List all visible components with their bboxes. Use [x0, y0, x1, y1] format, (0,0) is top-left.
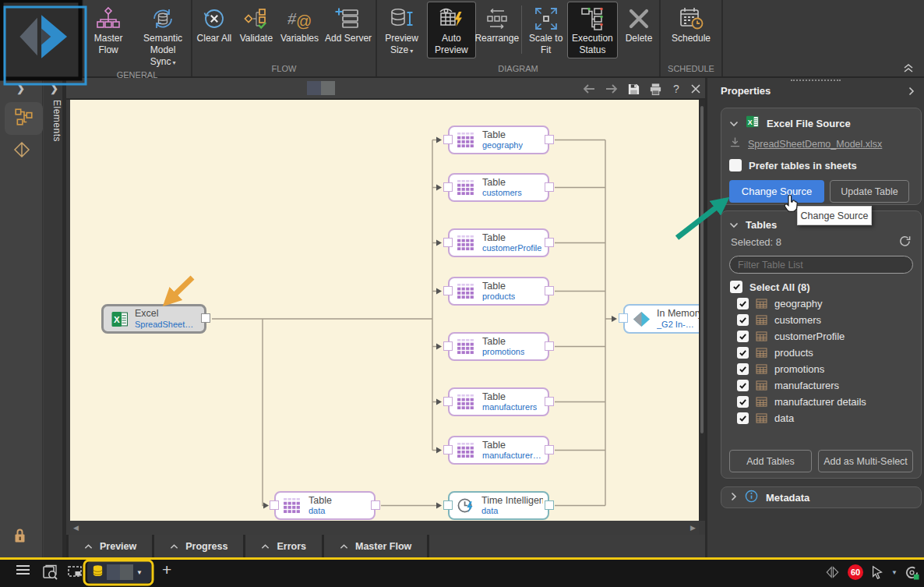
filter-table-input[interactable] — [729, 256, 913, 274]
table-list-item-customerprofile[interactable]: customerProfile — [729, 328, 913, 345]
output-port[interactable] — [545, 238, 554, 247]
table-list-item-data[interactable]: data — [729, 410, 913, 426]
table-checkbox[interactable] — [737, 363, 749, 375]
node-inmem[interactable]: In Memory_G2 In-Memory — [623, 304, 699, 334]
sidebar-item-validation[interactable] — [12, 140, 31, 162]
output-port[interactable] — [545, 500, 554, 510]
tab-preview[interactable]: Preview — [69, 535, 152, 557]
ribbon-button-rearrange[interactable]: Rearrange — [477, 2, 517, 46]
tab-master-flow[interactable]: Master Flow — [324, 535, 427, 557]
node-excel[interactable]: XExcelSpreadSheetDemo_... — [101, 304, 206, 334]
forward-icon[interactable] — [605, 83, 619, 94]
chevron-down-icon[interactable] — [729, 116, 739, 130]
output-port[interactable] — [545, 445, 554, 454]
print-icon[interactable] — [649, 83, 662, 96]
table-checkbox[interactable] — [737, 331, 749, 342]
caret-down-small-icon[interactable]: ▼ — [891, 569, 898, 576]
ribbon-button-preview-size[interactable]: Preview Size▾ — [377, 2, 426, 58]
table-checkbox[interactable] — [737, 396, 749, 408]
input-port[interactable] — [443, 238, 453, 247]
ribbon-button-clear-all[interactable]: Clear All — [194, 2, 235, 46]
ribbon-button-master-flow[interactable]: Master Flow — [83, 2, 133, 58]
save-icon[interactable] — [627, 83, 640, 96]
ribbon-button-variables[interactable]: #@Variables — [278, 2, 321, 46]
scroll-left-icon[interactable]: ◀ — [73, 524, 79, 532]
table-checkbox[interactable] — [737, 380, 749, 391]
report-magnifier-icon[interactable] — [42, 564, 58, 580]
ribbon-button-execution-status[interactable]: Execution Status — [568, 2, 617, 58]
cursor-outline-icon[interactable] — [870, 565, 884, 579]
refresh-tables-icon[interactable] — [898, 235, 912, 251]
panel-grip[interactable] — [791, 80, 841, 81]
sidebar-item-flow-elements[interactable] — [5, 102, 43, 135]
menu-icon[interactable] — [16, 564, 30, 575]
input-port[interactable] — [270, 500, 279, 510]
node-t-promotions[interactable]: Tablepromotions — [448, 332, 549, 361]
add-multi-select-button[interactable]: Add as Multi-Select — [818, 450, 913, 472]
output-port[interactable] — [545, 182, 554, 192]
node-t-customers[interactable]: Tablecustomers — [448, 173, 549, 202]
vertical-scrollbar[interactable] — [699, 100, 705, 521]
ribbon-button-delete[interactable]: Delete — [619, 2, 659, 46]
output-port[interactable] — [545, 135, 554, 144]
node-t-geography[interactable]: Tablegeography — [448, 126, 549, 154]
table-checkbox[interactable] — [737, 347, 749, 359]
output-port[interactable] — [545, 286, 554, 295]
expand-elements-icon[interactable]: ❯ — [50, 83, 58, 94]
ribbon-button-scale-to-fit[interactable]: Scale to Fit — [526, 2, 566, 58]
expand-panel-icon[interactable]: ❯ — [16, 83, 25, 94]
output-port[interactable] — [545, 341, 554, 351]
output-port[interactable] — [201, 313, 210, 323]
update-table-button[interactable]: Update Table — [830, 180, 909, 203]
table-checkbox[interactable] — [737, 298, 749, 309]
diagram-canvas[interactable]: XExcelSpreadSheetDemo_...TablegeographyT… — [70, 100, 699, 521]
collapse-ribbon-icon[interactable] — [902, 62, 915, 76]
connection-status-icon[interactable] — [905, 565, 919, 580]
node-t-customerProfile[interactable]: TablecustomerProfile — [448, 228, 549, 257]
table-checkbox[interactable] — [737, 412, 749, 424]
node-ti[interactable]: Time Intelligence...data — [448, 491, 549, 520]
metadata-card[interactable]: Metadata — [721, 486, 922, 508]
node-t-manufacturers[interactable]: Tablemanufacturers — [448, 387, 549, 416]
notification-badge[interactable]: 60 — [848, 564, 863, 580]
add-tables-button[interactable]: Add Tables — [729, 450, 812, 472]
chevron-down-icon[interactable] — [729, 217, 739, 232]
ribbon-button-schedule[interactable]: Schedule — [669, 2, 713, 46]
horizontal-scrollbar[interactable]: ◀ ▶ — [70, 521, 699, 535]
input-port[interactable] — [443, 445, 453, 454]
ribbon-button-add-server[interactable]: Add Server — [323, 2, 374, 46]
help-icon[interactable]: ? — [671, 83, 682, 95]
prefer-tables-checkbox[interactable] — [729, 159, 742, 172]
database-selector[interactable]: ▼ — [87, 561, 151, 583]
input-port[interactable] — [443, 341, 453, 351]
source-file-link[interactable]: SpreadSheetDemo_Model.xlsx — [748, 139, 882, 150]
input-port[interactable] — [443, 135, 453, 144]
download-icon[interactable] — [729, 136, 741, 151]
tab-progress[interactable]: Progress — [154, 535, 243, 557]
output-port[interactable] — [371, 500, 380, 510]
table-checkbox[interactable] — [737, 314, 749, 326]
layout-icon[interactable] — [67, 564, 83, 578]
table-list-item-manufacturers[interactable]: manufacturers — [729, 377, 913, 394]
node-t-data[interactable]: Tabledata — [274, 491, 376, 520]
back-icon[interactable] — [582, 83, 596, 94]
select-all-checkbox[interactable] — [730, 281, 742, 293]
close-icon[interactable] — [690, 83, 701, 94]
input-port[interactable] — [443, 500, 453, 510]
tab-errors[interactable]: Errors — [245, 535, 322, 557]
app-logo-gray-icon[interactable] — [824, 565, 841, 579]
node-t-details[interactable]: Tablemanufacturer details... — [448, 436, 549, 465]
app-logo[interactable] — [0, 0, 83, 76]
collapse-properties-icon[interactable] — [908, 85, 915, 99]
node-t-products[interactable]: Tableproducts — [448, 277, 549, 306]
elements-panel-label[interactable]: Elements — [44, 100, 62, 142]
table-list-item-customers[interactable]: customers — [729, 312, 913, 328]
add-button[interactable]: + — [162, 560, 171, 579]
change-source-button[interactable]: Change Source — [729, 180, 824, 203]
ribbon-button-semantic-model-sync[interactable]: Semantic Model Sync▾ — [135, 2, 191, 69]
input-port[interactable] — [443, 182, 453, 192]
ribbon-button-validate[interactable]: Validate — [236, 2, 277, 46]
scroll-right-icon[interactable]: ▶ — [690, 524, 696, 532]
input-port[interactable] — [619, 313, 628, 323]
output-port[interactable] — [545, 397, 554, 406]
